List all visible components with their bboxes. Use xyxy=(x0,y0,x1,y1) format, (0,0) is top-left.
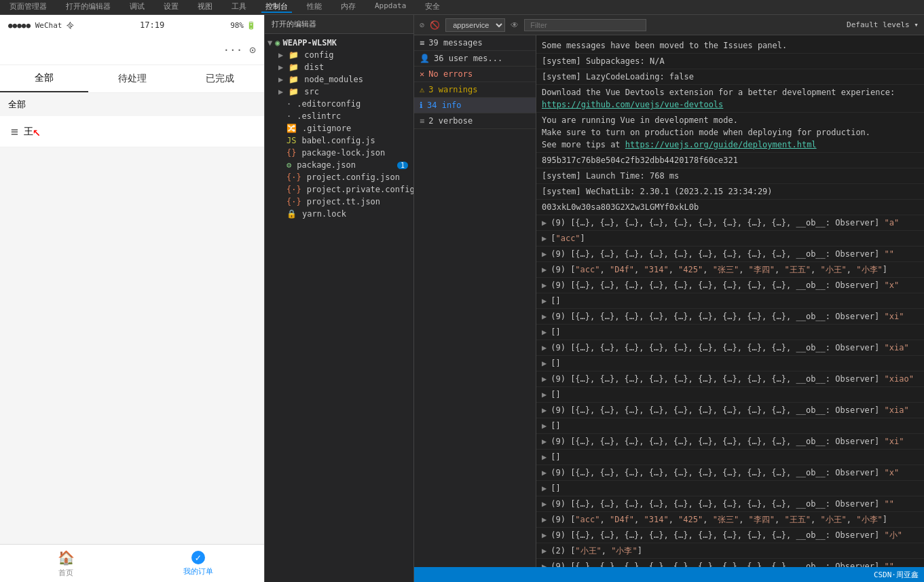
tab-tools[interactable]: 工具 xyxy=(227,1,251,13)
folder-arrow: ▼ xyxy=(267,38,272,48)
console-expandable-line[interactable]: ▶ [] xyxy=(536,356,924,371)
service-selector[interactable]: appservice xyxy=(445,18,505,32)
tab-settings[interactable]: 设置 xyxy=(160,1,183,13)
expand-arrow[interactable]: ▶ xyxy=(542,435,547,448)
console-expandable-line[interactable]: ▶ [] xyxy=(536,387,924,403)
console-expandable-line[interactable]: ▶ (9) [{…}, {…}, {…}, {…}, {…}, {…}, {…}… xyxy=(536,247,924,262)
folder-name: dist xyxy=(304,62,324,72)
file-babel[interactable]: JS babel.config.js xyxy=(265,134,413,147)
tab-security[interactable]: 安全 xyxy=(421,1,444,13)
expand-arrow[interactable]: ▶ xyxy=(542,420,547,432)
tab-pending[interactable]: 待处理 xyxy=(88,66,177,92)
file-yarn-lock[interactable]: 🔒 yarn.lock xyxy=(265,208,413,220)
console-expandable-line[interactable]: ▶ (9) [{…}, {…}, {…}, {…}, {…}, {…}, {…}… xyxy=(536,309,924,325)
expand-arrow[interactable]: ▶ xyxy=(542,482,547,494)
list-item-text: 王 xyxy=(24,126,33,138)
file-package-json[interactable]: ⚙ package.json 1 xyxy=(265,159,413,171)
tab-all[interactable]: 全部 xyxy=(0,65,88,92)
console-expandable-line[interactable]: ▶ (9) [{…}, {…}, {…}, {…}, {…}, {…}, {…}… xyxy=(536,559,924,567)
filter-user-messages[interactable]: 👤 36 user mes... xyxy=(414,51,536,67)
expand-arrow[interactable]: ▶ xyxy=(542,310,547,323)
expand-arrow[interactable]: ▶ xyxy=(542,404,547,416)
console-expandable-line[interactable]: ▶ [] xyxy=(536,293,924,309)
expand-arrow[interactable]: ▶ xyxy=(542,513,547,526)
project-root[interactable]: ▼ ◉ WEAPP-WLSMK xyxy=(265,37,413,49)
console-expandable-line[interactable]: ▶ (9) [{…}, {…}, {…}, {…}, {…}, {…}, {…}… xyxy=(536,434,924,450)
tab-console[interactable]: 控制台 xyxy=(261,1,292,13)
expand-arrow[interactable]: ▶ xyxy=(542,232,547,244)
filter-warnings[interactable]: ⚠ 3 warnings xyxy=(414,82,536,98)
console-text: (9) [{…}, {…}, {…}, {…}, {…}, {…}, {…}, … xyxy=(551,217,919,229)
default-levels-btn[interactable]: Default levels ▾ xyxy=(847,20,919,29)
file-name: package-lock.json xyxy=(301,148,385,158)
tab-view[interactable]: 视图 xyxy=(193,1,217,13)
file-project-config[interactable]: {·} project.config.json xyxy=(265,171,413,183)
file-project-tt[interactable]: {·} project.tt.json xyxy=(265,196,413,208)
expand-arrow[interactable]: ▶ xyxy=(542,217,547,229)
eye-icon[interactable]: 👁 xyxy=(511,20,519,30)
console-expandable-line[interactable]: ▶ (9) [{…}, {…}, {…}, {…}, {…}, {…}, {…}… xyxy=(536,278,924,293)
expand-arrow[interactable]: ▶ xyxy=(542,295,547,307)
tab-memory[interactable]: 内存 xyxy=(337,1,360,13)
console-expandable-line[interactable]: ▶ [] xyxy=(536,481,924,496)
expand-arrow[interactable]: ▶ xyxy=(542,248,547,260)
expand-arrow[interactable]: ▶ xyxy=(542,498,547,510)
console-expandable-line[interactable]: ▶ ["acc"] xyxy=(536,231,924,247)
nav-home[interactable]: 🏠 首页 xyxy=(0,545,132,582)
expand-arrow[interactable]: ▶ xyxy=(542,467,547,479)
expand-arrow[interactable]: ▶ xyxy=(542,279,547,291)
filter-verbose[interactable]: ≡ 2 verbose xyxy=(414,113,536,129)
tab-debug[interactable]: 调试 xyxy=(126,1,149,13)
folder-node-modules[interactable]: ▶ 📁 node_modules xyxy=(265,73,413,86)
record-icon[interactable]: ⊙ xyxy=(249,43,256,56)
file-package-lock[interactable]: {} package-lock.json xyxy=(265,147,413,159)
console-expandable-line[interactable]: ▶ (9) ["acc", "D4f", "314", "425", "张三",… xyxy=(536,262,924,278)
expand-arrow[interactable]: ▶ xyxy=(542,373,547,385)
more-icon[interactable]: ··· xyxy=(223,43,242,56)
console-expandable-line[interactable]: ▶ (9) [{…}, {…}, {…}, {…}, {…}, {…}, {…}… xyxy=(536,340,924,356)
filter-errors[interactable]: ✕ No errors xyxy=(414,67,536,82)
expand-arrow[interactable]: ▶ xyxy=(542,263,547,276)
console-expandable-line[interactable]: ▶ (9) [{…}, {…}, {…}, {…}, {…}, {…}, {…}… xyxy=(536,465,924,481)
folder-config[interactable]: ▶ 📁 config xyxy=(265,49,413,61)
filter-input[interactable] xyxy=(524,19,646,31)
filter-verbose-label: 2 verbose xyxy=(428,116,530,126)
expand-arrow[interactable]: ▶ xyxy=(542,357,547,369)
nav-orders[interactable]: ✓ 我的订单 xyxy=(132,545,265,582)
expand-arrow[interactable]: ▶ xyxy=(542,326,547,338)
file-project-private[interactable]: {·} project.private.config.js... xyxy=(265,183,413,196)
tab-page-manager[interactable]: 页面管理器 xyxy=(5,1,51,13)
file-icon: · xyxy=(287,111,291,121)
console-expandable-line[interactable]: ▶ (9) [{…}, {…}, {…}, {…}, {…}, {…}, {…}… xyxy=(536,403,924,418)
folder-src[interactable]: ▶ 📁 src xyxy=(265,86,413,98)
console-expandable-line[interactable]: ▶ (2) ["小王", "小李"] xyxy=(536,543,924,559)
filter-info[interactable]: ℹ 34 info xyxy=(414,98,536,113)
console-expandable-line[interactable]: ▶ [] xyxy=(536,325,924,340)
expand-arrow[interactable]: ▶ xyxy=(542,529,547,541)
console-expandable-line[interactable]: ▶ (9) [{…}, {…}, {…}, {…}, {…}, {…}, {…}… xyxy=(536,528,924,543)
console-expandable-line[interactable]: ▶ (9) [{…}, {…}, {…}, {…}, {…}, {…}, {…}… xyxy=(536,215,924,231)
file-eslintrc[interactable]: · .eslintrc xyxy=(265,110,413,122)
expand-arrow[interactable]: ▶ xyxy=(542,451,547,463)
list-icon: ≡ xyxy=(11,124,18,139)
expand-arrow[interactable]: ▶ xyxy=(542,342,547,354)
tab-done[interactable]: 已完成 xyxy=(176,66,264,92)
tab-appdata[interactable]: Appdata xyxy=(371,1,410,13)
console-expandable-line[interactable]: ▶ (9) [{…}, {…}, {…}, {…}, {…}, {…}, {…}… xyxy=(536,371,924,387)
file-gitignore[interactable]: 🔀 .gitignore xyxy=(265,122,413,134)
console-expandable-line[interactable]: ▶ (9) [{…}, {…}, {…}, {…}, {…}, {…}, {…}… xyxy=(536,496,924,512)
tab-editor[interactable]: 打开的编辑器 xyxy=(62,1,115,13)
expand-arrow[interactable]: ▶ xyxy=(542,560,547,567)
console-expandable-line[interactable]: ▶ [] xyxy=(536,450,924,465)
expand-arrow[interactable]: ▶ xyxy=(542,545,547,557)
console-line: Some messages have been moved to the Iss… xyxy=(536,38,924,54)
console-text: (9) [{…}, {…}, {…}, {…}, {…}, {…}, {…}, … xyxy=(551,404,919,416)
console-expandable-line[interactable]: ▶ (9) ["acc", "D4f", "314", "425", "张三",… xyxy=(536,512,924,528)
tab-performance[interactable]: 性能 xyxy=(303,1,326,13)
file-editorconfig[interactable]: · .editorconfig xyxy=(265,98,413,110)
toolbar-icon-2: 🚫 xyxy=(430,20,440,30)
filter-all-messages[interactable]: ≡ 39 messages xyxy=(414,35,536,51)
expand-arrow[interactable]: ▶ xyxy=(542,388,547,401)
folder-dist[interactable]: ▶ 📁 dist xyxy=(265,61,413,73)
console-expandable-line[interactable]: ▶ [] xyxy=(536,418,924,434)
